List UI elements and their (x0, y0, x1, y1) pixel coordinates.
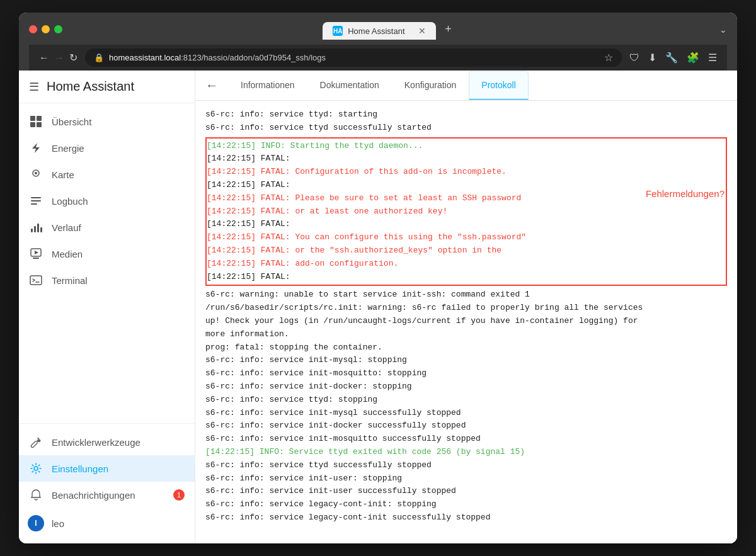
log-content: s6-rc: info: service ttyd: starting s6-r… (195, 101, 737, 532)
sidebar-item-user[interactable]: I leo (19, 508, 195, 538)
log-line: s6-rc: info: service init-mosquitto: sto… (205, 367, 727, 380)
sidebar-item-logbook[interactable]: Logbuch (19, 188, 195, 214)
download-icon[interactable]: ⬇ (648, 52, 656, 64)
log-line: s6-rc: info: service init-user: stopping (205, 472, 727, 485)
sidebar-item-label: Terminal (52, 275, 88, 286)
forward-nav-button[interactable]: → (54, 52, 64, 64)
sidebar-item-label: Verlauf (52, 222, 81, 233)
log-line: s6-rc: info: service init-mysql successf… (205, 407, 727, 420)
tools-icon[interactable]: 🔧 (665, 52, 678, 64)
bookmark-icon[interactable]: ☆ (604, 52, 613, 64)
address-bar: ← → ↻ 🔒 homeassistant.local:8123/hassio/… (29, 45, 727, 71)
history-icon (29, 221, 43, 234)
svg-rect-1 (37, 116, 42, 121)
sidebar-item-overview[interactable]: Übersicht (19, 108, 195, 135)
menu-icon[interactable]: ☰ (708, 52, 717, 64)
shield-icon[interactable]: 🛡 (629, 52, 639, 64)
extensions-icon[interactable]: 🧩 (687, 52, 699, 64)
svg-rect-9 (31, 203, 37, 205)
sidebar-item-map[interactable]: Karte (19, 161, 195, 188)
sidebar-item-label: leo (52, 518, 64, 529)
tab-protokoll[interactable]: Protokoll (469, 71, 528, 100)
address-domain: homeassistant.local (109, 53, 181, 62)
svg-point-6 (35, 172, 37, 174)
chevron-down-icon[interactable]: ⌄ (719, 25, 727, 35)
nav-buttons: ← → ↻ (39, 52, 77, 64)
back-nav-button[interactable]: ← (39, 52, 49, 64)
log-line: s6-rc: info: service legacy-cont-init su… (205, 511, 727, 525)
hamburger-icon[interactable]: ☰ (29, 80, 39, 94)
log-line: [14:22:15] INFO: Starting the ttyd daemo… (207, 140, 726, 153)
reload-button[interactable]: ↻ (69, 52, 77, 64)
new-tab-button[interactable]: + (437, 19, 459, 40)
browser-tab[interactable]: HA Home Assistant ✕ (323, 22, 436, 40)
log-line: s6-rc: warning: unable to start service … (205, 288, 727, 302)
log-line: more information. (205, 328, 727, 341)
close-button[interactable] (29, 25, 37, 33)
log-line: s6-rc: info: service init-mosquitto succ… (205, 433, 727, 446)
svg-marker-4 (32, 143, 40, 153)
overview-icon (29, 115, 43, 128)
sidebar-item-energy[interactable]: Energie (19, 135, 195, 161)
svg-rect-12 (37, 224, 39, 232)
back-button[interactable]: ← (205, 71, 218, 100)
log-line: [14:22:15] FATAL: or at least one author… (207, 205, 726, 218)
sidebar-item-label: Übersicht (52, 116, 91, 127)
sidebar-nav: Übersicht Energie Karte (19, 103, 195, 423)
app-container: ☰ Home Assistant Übersicht Energie (19, 71, 737, 543)
sidebar-item-devtools[interactable]: Entwicklerwerkzeuge (19, 429, 195, 455)
tab-favicon: HA (333, 26, 343, 36)
log-line: s6-rc: info: service ttyd successfully s… (205, 459, 727, 472)
svg-rect-17 (30, 276, 42, 285)
log-line: /run/s6/basedir/scripts/rc.init: warning… (205, 302, 727, 315)
log-line: [14:22:15] FATAL: (207, 218, 726, 231)
sidebar-item-label: Medien (52, 249, 83, 259)
sidebar-item-history[interactable]: Verlauf (19, 214, 195, 241)
sidebar-item-media[interactable]: Medien (19, 241, 195, 267)
wrench-icon (29, 436, 43, 448)
maximize-button[interactable] (54, 25, 62, 33)
log-line: [14:22:15] INFO: Service ttyd exited wit… (205, 446, 727, 459)
svg-rect-8 (31, 200, 41, 201)
svg-rect-13 (40, 227, 42, 232)
log-line: [14:22:15] FATAL: (207, 152, 726, 166)
log-line: s6-rc: info: service init-mysql: stoppin… (205, 354, 727, 367)
svg-rect-3 (37, 122, 42, 127)
log-line: [14:22:15] FATAL: (207, 271, 726, 284)
terminal-icon (29, 274, 43, 287)
log-line: up! Check your logs (in /run/uncaught-lo… (205, 315, 727, 328)
address-text: homeassistant.local:8123/hassio/addon/a0… (109, 53, 599, 62)
logbook-icon (29, 195, 43, 207)
sidebar-header: ☰ Home Assistant (19, 71, 195, 103)
tab-konfiguration[interactable]: Konfiguration (392, 71, 469, 100)
sidebar-item-settings[interactable]: Einstellungen (19, 455, 195, 482)
sidebar-item-label: Energie (52, 143, 84, 154)
content-tabs: ← Informationen Dokumentation Konfigurat… (195, 71, 737, 101)
minimize-button[interactable] (42, 25, 50, 33)
media-icon (29, 247, 43, 260)
titlebar: HA Home Assistant ✕ + ⌄ (29, 19, 727, 40)
avatar: I (29, 515, 43, 531)
log-line: s6-rc: info: service init-docker success… (205, 419, 727, 433)
log-line: s6-rc: info: service ttyd: starting (205, 108, 727, 122)
address-input-container[interactable]: 🔒 homeassistant.local:8123/hassio/addon/… (85, 48, 622, 67)
sidebar-item-label: Logbuch (52, 196, 88, 207)
log-line: s6-rc: info: service init-docker: stoppi… (205, 380, 727, 394)
svg-point-19 (34, 467, 38, 470)
window-controls (29, 25, 62, 33)
sidebar-item-terminal[interactable]: Terminal (19, 267, 195, 293)
tab-dokumentation[interactable]: Dokumentation (307, 71, 392, 100)
log-area[interactable]: s6-rc: info: service ttyd: starting s6-r… (195, 101, 737, 543)
log-line: prog: fatal: stopping the container. (205, 341, 727, 355)
svg-rect-16 (33, 258, 39, 259)
log-line: s6-rc: info: service init-user successfu… (205, 485, 727, 498)
log-line: s6-rc: info: service ttyd successfully s… (205, 122, 727, 135)
sidebar-item-label: Karte (52, 169, 74, 180)
log-line: [14:22:15] FATAL: add-on configuration. (207, 258, 726, 271)
sidebar-item-notifications[interactable]: Benachrichtigungen 1 (19, 482, 195, 508)
bell-icon (29, 489, 43, 501)
tab-close-button[interactable]: ✕ (418, 26, 426, 36)
log-line: s6-rc: info: service ttyd: stopping (205, 394, 727, 407)
gear-icon (29, 462, 43, 475)
tab-informationen[interactable]: Informationen (228, 71, 307, 100)
